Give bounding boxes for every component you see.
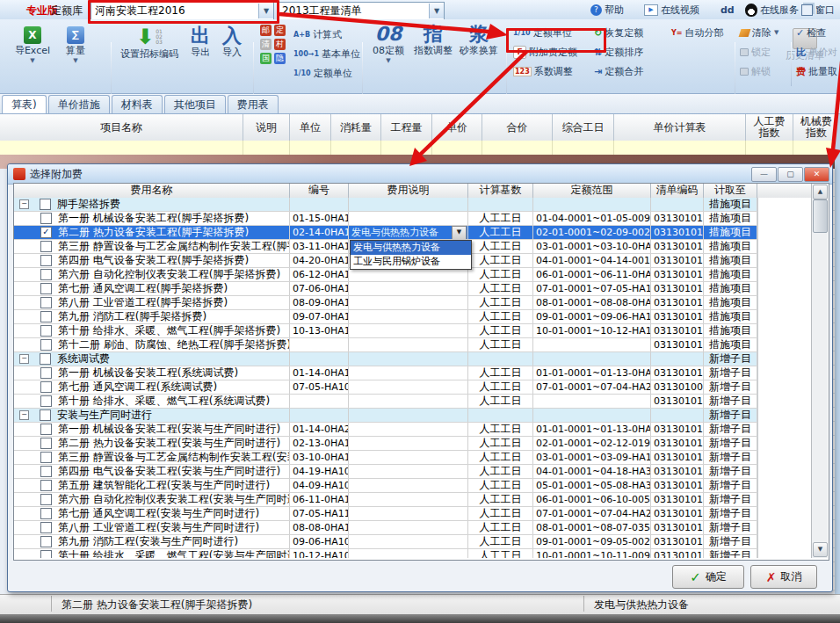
cancel-button[interactable]: ✗ 取消 <box>750 565 817 589</box>
fee-row[interactable]: 第五册 建筑智能化工程(安装与生产同时进行)04-09-HA10人工工日05-0… <box>14 479 757 493</box>
base-unit-button[interactable]: 100→1 基本单位 <box>293 46 360 62</box>
fee-row[interactable]: 第七册 通风空调工程(系统调试费)07-05-HA10人工工日07-01-000… <box>14 380 757 395</box>
fee-row[interactable]: ✓第二册 热力设备安装工程(脚手架搭拆费)02-14-0HA1发电与供热热力设备… <box>14 226 757 240</box>
fee-checkbox[interactable] <box>40 241 52 252</box>
fee-group-row[interactable]: −安装与生产同时进行新增子目 <box>14 409 757 423</box>
tab-1[interactable]: 单价措施 <box>48 95 110 113</box>
tree-collapse-icon[interactable]: − <box>19 410 29 420</box>
display-mini-icon-0[interactable]: 邮 <box>260 25 272 36</box>
quantity-calc-button[interactable]: ∑ 算量 ▼ <box>58 26 93 64</box>
fee-row[interactable]: 第十册 给排水、采暖、燃气工程(安装与生产同时进行10-12-HA10人工工日1… <box>14 549 757 558</box>
check-button[interactable]: ✓ 检查 <box>796 25 826 40</box>
fee-row[interactable]: 第八册 工业管道工程(安装与生产同时进行)08-08-0HA1人工工日08-01… <box>14 521 757 535</box>
fee-checkbox[interactable] <box>40 550 52 558</box>
fee-row[interactable]: 第一册 机械设备安装工程(系统调试费)01-14-0HA1人工工日01-01-0… <box>14 366 757 380</box>
scroll-down-icon[interactable]: ▼ <box>813 542 828 557</box>
tree-collapse-icon[interactable]: − <box>19 199 29 209</box>
fee-checkbox[interactable] <box>40 255 52 266</box>
fee-row[interactable]: 第八册 工业管道工程(脚手架搭拆费)08-09-0HA1人工工日08-01-00… <box>14 296 757 310</box>
fee-row[interactable]: 第一册 机械设备安装工程(脚手架搭拆费)01-15-0HA1人工工日01-04-… <box>14 212 757 226</box>
display-mini-icon-5[interactable]: 隐 <box>274 53 286 64</box>
help-button[interactable]: ? 帮助 <box>590 2 624 18</box>
fee-checkbox[interactable] <box>40 353 51 365</box>
fee-checkbox[interactable] <box>40 325 52 337</box>
fee-header-cell[interactable]: 计算基数 <box>468 184 533 198</box>
fee-row[interactable]: 第二册 热力设备安装工程(安装与生产同时进行)02-13-0HA1人工工日02-… <box>14 437 757 451</box>
quota08-button[interactable]: 08 08定额 ▼ <box>369 25 408 64</box>
minimize-button[interactable]: — <box>751 167 777 182</box>
unlock-button[interactable]: 解锁 <box>740 63 771 79</box>
lock-button[interactable]: 锁定 <box>740 44 771 60</box>
fee-group-row[interactable]: −系统调试费新增子目 <box>14 352 757 366</box>
chevron-down-icon[interactable]: ▼ <box>429 4 444 18</box>
fee-header-cell[interactable]: 费用说明 <box>349 184 468 198</box>
display-mini-icon-3[interactable]: 村 <box>274 39 286 50</box>
fee-row[interactable]: 第一册 机械设备安装工程(安装与生产同时进行)01-14-0HA2人工工日01-… <box>14 423 757 437</box>
tab-4[interactable]: 费用表 <box>228 95 279 113</box>
fee-row[interactable]: 第十二册 刷油、防腐蚀、绝热工程(脚手架搭拆费)人工工日031301017措施项… <box>14 338 757 352</box>
fee-checkbox[interactable] <box>40 381 52 393</box>
fee-row[interactable]: 第九册 消防工程(脚手架搭拆费)09-07-0HA1人工工日09-01-0001… <box>14 310 757 324</box>
index-adjust-button[interactable]: 指 指数调整 <box>411 25 455 57</box>
quota-merge-button[interactable]: ⇥ 定额合并 <box>594 63 643 79</box>
fee-checkbox[interactable] <box>40 536 52 547</box>
dialog-title-bar[interactable]: 选择附加费 <box>8 164 832 185</box>
display-mini-icon-1[interactable]: 定 <box>274 25 286 36</box>
fee-header-cell[interactable]: 计取至 <box>704 184 757 198</box>
tab-2[interactable]: 材料表 <box>112 95 163 113</box>
dropdown-option[interactable]: 工业与民用锅炉设备 <box>351 255 471 269</box>
fee-row[interactable]: 第六册 自动化控制仪表安装工程(脚手架搭拆费)06-12-0HA1人工工日06-… <box>14 268 757 282</box>
fee-row[interactable]: 第七册 通风空调工程(脚手架搭拆费)07-06-0HA1人工工日07-01-00… <box>14 282 757 296</box>
scrollbar-thumb[interactable] <box>813 199 828 233</box>
fee-row[interactable]: 第六册 自动化控制仪表安装工程(安装与生产同时进行06-11-0HA1人工工日0… <box>14 493 757 507</box>
scroll-up-icon[interactable]: ▲ <box>813 185 828 199</box>
tree-collapse-icon[interactable]: − <box>19 354 29 364</box>
fee-row[interactable]: 第十册 给排水、采暖、燃气工程(系统调试费)人工工日031301018新增子目 <box>14 395 757 409</box>
fee-checkbox[interactable] <box>40 409 51 421</box>
fee-checkbox[interactable] <box>40 311 52 322</box>
formula-button[interactable]: A+B 计算式 <box>293 26 342 42</box>
tab-3[interactable]: 其他项目 <box>164 95 226 113</box>
fee-checkbox[interactable] <box>40 522 52 533</box>
clear-button[interactable]: 清除 ▼ <box>740 25 778 40</box>
bid-code-button[interactable]: ⬇ 01 02 03 设置招标编码 <box>116 26 183 61</box>
fee-row[interactable]: 第十册 给排水、采暖、燃气工程(脚手架搭拆费)10-13-0HA1人工工日10-… <box>14 324 757 338</box>
fee-header-cell[interactable]: 费用名称 <box>14 184 290 198</box>
coef-adjust-button[interactable]: 123 系数调整 <box>513 63 573 79</box>
fee-header-cell[interactable]: 定额范围 <box>533 184 651 198</box>
display-icon-grid[interactable]: 邮定清村国隐 <box>260 25 288 64</box>
fee-checkbox[interactable]: ✓ <box>40 227 52 238</box>
online-service-button[interactable]: 在线服务 <box>745 2 799 18</box>
fee-checkbox[interactable] <box>40 283 52 294</box>
fee-row[interactable]: 第三册 静置设备与工艺金属结构制作安装工程(安装与03-10-0HA1人工工日0… <box>14 451 757 465</box>
fee-checkbox[interactable] <box>40 395 52 407</box>
fee-checkbox[interactable] <box>40 466 52 477</box>
desc-dropdown-icon[interactable]: ▼ <box>452 226 467 239</box>
fee-row[interactable]: 第七册 通风空调工程(安装与生产同时进行)07-05-HA11人工工日07-01… <box>14 507 757 521</box>
online-video-button[interactable]: ▶ 在线视频 <box>644 2 699 18</box>
list-standard-combo[interactable]: 2013工程量清单 ▼ <box>278 2 445 20</box>
fee-checkbox[interactable] <box>40 494 52 505</box>
display-mini-icon-4[interactable]: 国 <box>260 53 272 64</box>
auto-part-button[interactable]: Y= 自动分部 <box>671 25 724 40</box>
fee-checkbox[interactable] <box>40 508 52 519</box>
find-button[interactable]: dd <box>721 2 735 18</box>
window-menu-button[interactable]: 窗口 <box>801 2 835 18</box>
import-button[interactable]: 入 导入 <box>218 26 246 59</box>
maximize-button[interactable]: ▢ <box>778 167 803 182</box>
tab-0[interactable]: 算表) <box>2 95 47 113</box>
main-table-yellow-row[interactable] <box>0 141 840 156</box>
fee-checkbox[interactable] <box>40 438 52 449</box>
fee-checkbox[interactable] <box>40 269 52 280</box>
fee-header-cell[interactable]: 编号 <box>290 184 349 198</box>
fee-checkbox[interactable] <box>40 424 52 435</box>
fee-checkbox[interactable] <box>40 452 52 463</box>
close-button[interactable]: ✕ <box>804 167 829 182</box>
fee-checkbox[interactable] <box>40 480 52 491</box>
quota-unit-button[interactable]: 1/10 定额单位 <box>293 65 352 81</box>
export-button[interactable]: 出 导出 <box>186 26 214 59</box>
fee-checkbox[interactable] <box>40 367 52 379</box>
dropdown-option[interactable]: 发电与供热热力设备 <box>351 241 471 255</box>
fee-table-scrollbar[interactable]: ▲ ▼ <box>811 184 828 558</box>
fee-row[interactable]: 第四册 电气设备安装工程(安装与生产同时进行)04-19-HA10人工工日04-… <box>14 465 757 479</box>
